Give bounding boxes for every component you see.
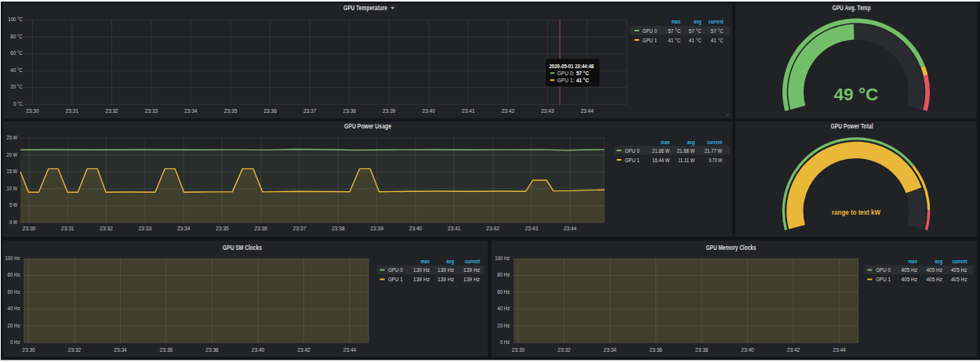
svg-text:23:44: 23:44	[581, 107, 594, 114]
svg-text:max: max	[909, 258, 918, 265]
svg-text:139 Hz: 139 Hz	[463, 266, 480, 273]
svg-text:23:41: 23:41	[462, 107, 475, 114]
svg-text:23:44: 23:44	[564, 225, 577, 232]
svg-text:23:30: 23:30	[512, 346, 525, 353]
svg-text:11.11 W: 11.11 W	[678, 157, 695, 164]
svg-text:23:42: 23:42	[502, 107, 515, 114]
svg-text:GPU 0: GPU 0	[876, 266, 891, 273]
svg-text:0 Hz: 0 Hz	[500, 338, 510, 346]
svg-text:23:32: 23:32	[105, 107, 118, 114]
svg-text:23:42: 23:42	[787, 346, 800, 353]
svg-text:23:43: 23:43	[525, 225, 539, 232]
svg-text:23:34: 23:34	[184, 107, 198, 114]
svg-text:40 Hz: 40 Hz	[497, 305, 510, 312]
svg-text:139 Hz: 139 Hz	[413, 266, 430, 273]
svg-text:23:38: 23:38	[695, 346, 709, 353]
svg-text:23:40: 23:40	[252, 346, 265, 353]
svg-text:9.79 W: 9.79 W	[709, 157, 722, 164]
svg-text:405 Hz: 405 Hz	[902, 276, 918, 283]
svg-text:20 W: 20 W	[7, 151, 18, 158]
svg-text:405 Hz: 405 Hz	[927, 276, 943, 283]
svg-text:23:40: 23:40	[741, 346, 754, 353]
svg-text:23:37: 23:37	[293, 225, 307, 232]
svg-text:max: max	[661, 139, 670, 146]
svg-text:57 °C: 57 °C	[576, 70, 589, 77]
svg-text:GPU Avg. Temp: GPU Avg. Temp	[833, 4, 871, 12]
svg-text:23:39: 23:39	[383, 107, 396, 114]
svg-text:23:34: 23:34	[177, 225, 191, 232]
svg-text:23:40: 23:40	[409, 225, 423, 232]
svg-text:avg: avg	[935, 258, 943, 265]
svg-text:10 W: 10 W	[7, 185, 18, 192]
svg-text:57 °C: 57 °C	[668, 27, 681, 34]
svg-text:100 Hz: 100 Hz	[5, 255, 20, 262]
svg-text:GPU 0: GPU 0	[642, 27, 657, 34]
svg-text:405 Hz: 405 Hz	[927, 266, 943, 273]
svg-text:GPU 1: GPU 1	[388, 276, 403, 283]
svg-text:23:36: 23:36	[649, 346, 662, 353]
svg-text:25 W: 25 W	[7, 134, 18, 141]
svg-text:23:30: 23:30	[23, 225, 36, 232]
svg-text:21.86 W: 21.86 W	[652, 147, 670, 154]
svg-text:405 Hz: 405 Hz	[951, 276, 967, 283]
svg-text:23:31: 23:31	[61, 225, 74, 232]
svg-text:15 W: 15 W	[7, 168, 18, 175]
svg-text:20 Hz: 20 Hz	[8, 322, 20, 329]
svg-text:GPU 1:: GPU 1:	[557, 77, 575, 84]
svg-text:57 °C: 57 °C	[711, 27, 724, 34]
svg-text:range to text kW: range to text kW	[832, 208, 880, 216]
svg-text:23:35: 23:35	[216, 225, 229, 232]
svg-text:21.68 W: 21.68 W	[677, 147, 695, 154]
svg-text:GPU Memory Clocks: GPU Memory Clocks	[706, 244, 757, 252]
svg-text:60 Hz: 60 Hz	[8, 288, 20, 295]
svg-text:GPU 0: GPU 0	[625, 147, 640, 154]
svg-text:GPU 1: GPU 1	[642, 37, 657, 44]
svg-text:23:40: 23:40	[423, 107, 436, 114]
svg-text:23:44: 23:44	[343, 346, 357, 353]
svg-text:57 °C: 57 °C	[689, 27, 702, 34]
svg-text:max: max	[421, 258, 430, 265]
svg-text:139 Hz: 139 Hz	[437, 266, 454, 273]
svg-text:41 °C: 41 °C	[711, 37, 724, 44]
svg-text:current: current	[465, 258, 480, 265]
svg-text:41 °C: 41 °C	[689, 37, 702, 44]
svg-text:23:34: 23:34	[114, 346, 127, 353]
svg-text:GPU 1: GPU 1	[625, 157, 640, 164]
svg-text:0 W: 0 W	[9, 219, 17, 226]
svg-text:139 Hz: 139 Hz	[463, 276, 480, 283]
svg-text:23:38: 23:38	[205, 346, 219, 353]
svg-text:23:32: 23:32	[557, 346, 571, 353]
svg-text:23:43: 23:43	[541, 107, 554, 114]
svg-text:current: current	[709, 18, 724, 25]
svg-text:avg: avg	[694, 18, 702, 25]
svg-text:23:32: 23:32	[68, 346, 82, 353]
svg-text:0 °C: 0 °C	[13, 100, 23, 107]
svg-text:405 Hz: 405 Hz	[902, 266, 918, 273]
svg-text:GPU 0:: GPU 0:	[557, 70, 575, 77]
svg-text:20 °C: 20 °C	[10, 83, 23, 90]
svg-text:49 °C: 49 °C	[834, 85, 879, 104]
svg-text:60 °C: 60 °C	[10, 49, 23, 56]
svg-text:GPU Temperature: GPU Temperature	[343, 4, 387, 12]
svg-text:23:33: 23:33	[145, 107, 158, 114]
svg-text:23:32: 23:32	[100, 225, 113, 232]
svg-text:23:38: 23:38	[332, 225, 345, 232]
svg-text:23:39: 23:39	[370, 225, 383, 232]
svg-text:max: max	[672, 18, 681, 25]
svg-text:23:36: 23:36	[263, 107, 277, 114]
svg-text:GPU SM Clocks: GPU SM Clocks	[223, 244, 262, 252]
svg-text:23:31: 23:31	[66, 107, 79, 114]
svg-text:avg: avg	[688, 139, 695, 146]
svg-text:80 Hz: 80 Hz	[8, 271, 20, 278]
svg-text:40 Hz: 40 Hz	[8, 305, 20, 312]
svg-text:23:42: 23:42	[486, 225, 499, 232]
svg-text:60 Hz: 60 Hz	[497, 288, 510, 295]
svg-text:avg: avg	[447, 258, 455, 265]
svg-text:23:35: 23:35	[224, 107, 238, 114]
svg-text:20 Hz: 20 Hz	[497, 322, 510, 329]
svg-text:80 °C: 80 °C	[10, 33, 23, 40]
svg-text:41 °C: 41 °C	[668, 37, 681, 44]
svg-text:2020-05-01 23:44:48: 2020-05-01 23:44:48	[550, 63, 594, 70]
svg-text:41 °C: 41 °C	[576, 77, 589, 84]
svg-text:139 Hz: 139 Hz	[437, 276, 454, 283]
